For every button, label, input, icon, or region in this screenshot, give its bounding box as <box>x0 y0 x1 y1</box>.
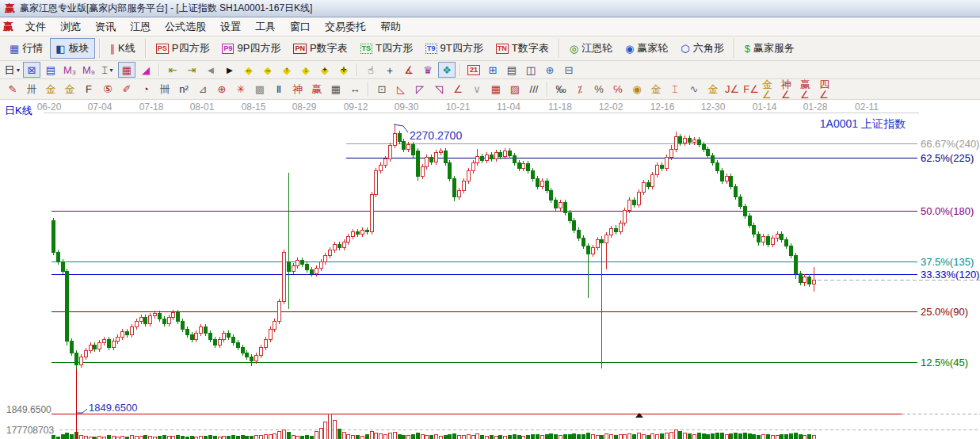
svg-text:37.5%(135): 37.5%(135) <box>921 256 974 268</box>
svg-text:50.0%(180): 50.0%(180) <box>921 205 974 217</box>
svg-text:12.5%(45): 12.5%(45) <box>921 357 968 368</box>
svg-text:1849.6500: 1849.6500 <box>6 404 51 415</box>
svg-text:08-01: 08-01 <box>190 101 215 113</box>
svg-text:177708703: 177708703 <box>6 425 54 436</box>
chart-canvas[interactable]: 06-2007-0407-1808-0108-1508-2909-1209-30… <box>0 0 980 439</box>
svg-text:12-16: 12-16 <box>650 101 675 113</box>
svg-text:2270.2700: 2270.2700 <box>410 129 462 142</box>
svg-text:06-20: 06-20 <box>37 101 62 113</box>
svg-text:09-12: 09-12 <box>344 101 368 113</box>
svg-text:01-28: 01-28 <box>803 101 828 113</box>
svg-text:62.5%(225): 62.5%(225) <box>921 152 974 164</box>
svg-text:66.67%(240): 66.67%(240) <box>921 138 979 150</box>
svg-text:11-04: 11-04 <box>497 101 521 113</box>
svg-text:08-15: 08-15 <box>242 101 266 113</box>
svg-text:11-18: 11-18 <box>548 101 572 113</box>
svg-text:12-02: 12-02 <box>599 101 623 113</box>
svg-text:12-30: 12-30 <box>701 101 726 113</box>
svg-text:1A0001 上证指数: 1A0001 上证指数 <box>820 117 906 130</box>
svg-text:02-11: 02-11 <box>855 101 879 113</box>
chart-section: 06-2007-0407-1808-0108-1508-2909-1209-30… <box>0 100 980 439</box>
svg-text:01-14: 01-14 <box>753 101 777 113</box>
svg-text:09-30: 09-30 <box>395 101 419 113</box>
svg-text:10-21: 10-21 <box>446 101 471 113</box>
svg-text:08-29: 08-29 <box>292 101 317 113</box>
svg-text:日K线: 日K线 <box>5 105 32 116</box>
svg-text:33.33%(120): 33.33%(120) <box>921 269 979 281</box>
svg-text:07-18: 07-18 <box>139 101 164 113</box>
svg-text:07-04: 07-04 <box>88 101 112 113</box>
svg-text:1849.6500: 1849.6500 <box>89 402 137 414</box>
svg-text:25.0%(90): 25.0%(90) <box>921 306 968 318</box>
